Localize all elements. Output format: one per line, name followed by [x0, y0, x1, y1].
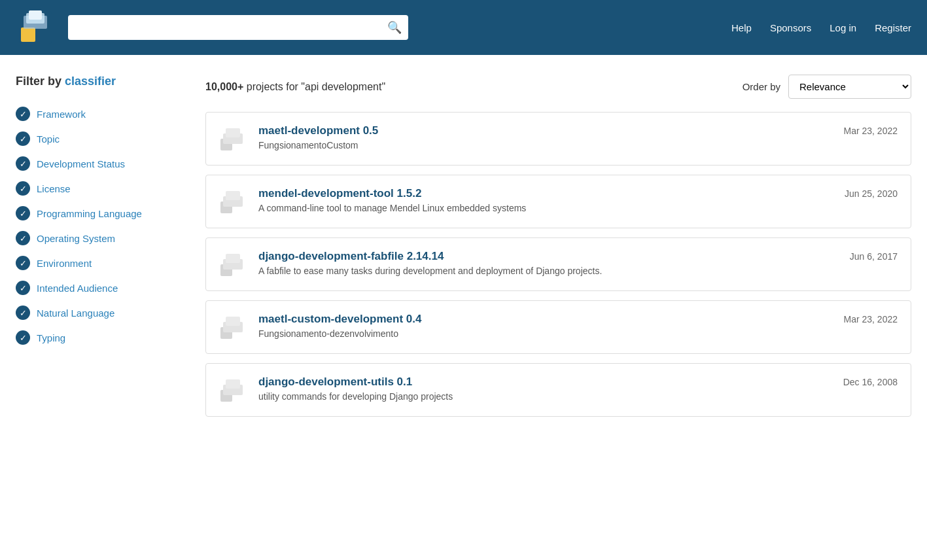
nav-register[interactable]: Register	[875, 22, 911, 33]
package-name[interactable]: maetl-development 0.5	[258, 124, 378, 137]
package-name[interactable]: maetl-custom-development 0.4	[258, 313, 421, 326]
filter-item-license[interactable]: ✓ License	[16, 176, 186, 201]
package-icon	[219, 124, 248, 153]
filter-item-intended-audience[interactable]: ✓ Intended Audience	[16, 275, 186, 300]
filter-item-environment[interactable]: ✓ Environment	[16, 251, 186, 275]
filter-label: Development Status	[37, 158, 125, 169]
search-button[interactable]: 🔍	[387, 20, 402, 35]
order-by: Order by RelevanceDate (newest first)Dat…	[743, 75, 911, 99]
nav-help[interactable]: Help	[731, 22, 752, 33]
chevron-down-icon: ✓	[16, 330, 30, 345]
svg-rect-16	[226, 317, 240, 326]
filter-item-operating-system[interactable]: ✓ Operating System	[16, 226, 186, 251]
svg-rect-7	[226, 128, 240, 137]
filter-label: License	[37, 183, 71, 194]
package-icon	[219, 376, 248, 404]
package-name-row: maetl-custom-development 0.4 Mar 23, 202…	[258, 313, 898, 326]
chevron-down-icon: ✓	[16, 107, 30, 121]
svg-rect-1	[21, 27, 35, 42]
filter-item-framework[interactable]: ✓ Framework	[16, 101, 186, 126]
chevron-down-icon: ✓	[16, 206, 30, 220]
filter-label: Intended Audience	[37, 283, 118, 294]
package-description: Fungsionamento-dezenvolvimento	[258, 328, 898, 339]
nav-login[interactable]: Log in	[830, 22, 856, 33]
sidebar: Filter by classifier ✓ Framework ✓ Topic…	[16, 75, 186, 426]
filter-label: Framework	[37, 109, 86, 120]
package-date: Jun 6, 2017	[850, 251, 898, 262]
logo[interactable]	[16, 8, 55, 47]
svg-rect-19	[226, 379, 240, 389]
filter-label: Natural Language	[37, 307, 114, 319]
package-name-row: django-development-utils 0.1 Dec 16, 200…	[258, 376, 898, 389]
chevron-down-icon: ✓	[16, 231, 30, 245]
filter-label: Environment	[37, 258, 92, 269]
package-description: FungsionamentoCustom	[258, 140, 898, 150]
chevron-down-icon: ✓	[16, 281, 30, 295]
results-query-label: projects for "api development"	[247, 81, 385, 92]
results-area: 10,000+ projects for "api development" O…	[205, 75, 911, 426]
order-select[interactable]: RelevanceDate (newest first)Date (oldest…	[788, 75, 911, 99]
package-info: mendel-development-tool 1.5.2 Jun 25, 20…	[258, 187, 898, 213]
package-info: django-development-fabfile 2.14.14 Jun 6…	[258, 250, 898, 276]
package-card: maetl-development 0.5 Mar 23, 2022 Fungs…	[205, 112, 911, 166]
search-input[interactable]: api development	[68, 15, 408, 40]
package-name[interactable]: mendel-development-tool 1.5.2	[258, 187, 421, 200]
package-list: maetl-development 0.5 Mar 23, 2022 Fungs…	[205, 112, 911, 417]
order-by-label: Order by	[743, 81, 780, 92]
package-description: utility commands for developing Django p…	[258, 391, 898, 402]
filter-list: ✓ Framework ✓ Topic ✓ Development Status…	[16, 101, 186, 350]
package-description: A fabfile to ease many tasks during deve…	[258, 266, 898, 276]
svg-rect-13	[226, 254, 240, 263]
chevron-down-icon: ✓	[16, 131, 30, 146]
main-content: Filter by classifier ✓ Framework ✓ Topic…	[0, 55, 927, 446]
results-header: 10,000+ projects for "api development" O…	[205, 75, 911, 99]
chevron-down-icon: ✓	[16, 256, 30, 270]
package-name-row: maetl-development 0.5 Mar 23, 2022	[258, 124, 898, 137]
results-count: 10,000+ projects for "api development"	[205, 81, 385, 93]
nav-sponsors[interactable]: Sponsors	[770, 22, 811, 33]
package-icon	[219, 313, 248, 341]
package-name-row: mendel-development-tool 1.5.2 Jun 25, 20…	[258, 187, 898, 200]
filter-item-development-status[interactable]: ✓ Development Status	[16, 151, 186, 176]
filter-label: Typing	[37, 332, 65, 343]
package-name-row: django-development-fabfile 2.14.14 Jun 6…	[258, 250, 898, 263]
filter-item-typing[interactable]: ✓ Typing	[16, 325, 186, 350]
filter-item-topic[interactable]: ✓ Topic	[16, 126, 186, 151]
package-icon	[219, 187, 248, 216]
package-card: maetl-custom-development 0.4 Mar 23, 202…	[205, 300, 911, 354]
chevron-down-icon: ✓	[16, 181, 30, 196]
package-info: django-development-utils 0.1 Dec 16, 200…	[258, 376, 898, 402]
header: api development 🔍 Help Sponsors Log in R…	[0, 0, 927, 55]
package-icon	[219, 250, 248, 279]
svg-rect-10	[226, 191, 240, 200]
package-description: A command-line tool to manage Mendel Lin…	[258, 203, 898, 213]
filter-label: Programming Language	[37, 208, 142, 219]
package-card: django-development-utils 0.1 Dec 16, 200…	[205, 363, 911, 417]
classifier-link[interactable]: classifier	[65, 75, 116, 88]
package-card: django-development-fabfile 2.14.14 Jun 6…	[205, 237, 911, 291]
package-card: mendel-development-tool 1.5.2 Jun 25, 20…	[205, 175, 911, 228]
package-info: maetl-development 0.5 Mar 23, 2022 Fungs…	[258, 124, 898, 150]
filter-label: Topic	[37, 133, 60, 145]
svg-rect-4	[29, 10, 42, 20]
package-date: Mar 23, 2022	[844, 126, 898, 136]
chevron-down-icon: ✓	[16, 156, 30, 171]
filter-label: Operating System	[37, 233, 115, 244]
package-name[interactable]: django-development-fabfile 2.14.14	[258, 250, 444, 263]
header-nav: Help Sponsors Log in Register	[731, 22, 911, 33]
filter-item-natural-language[interactable]: ✓ Natural Language	[16, 300, 186, 325]
filter-item-programming-language[interactable]: ✓ Programming Language	[16, 201, 186, 226]
chevron-down-icon: ✓	[16, 306, 30, 320]
filter-heading: Filter by classifier	[16, 75, 186, 88]
package-date: Dec 16, 2008	[843, 377, 898, 387]
package-date: Mar 23, 2022	[844, 314, 898, 324]
package-info: maetl-custom-development 0.4 Mar 23, 202…	[258, 313, 898, 339]
package-name[interactable]: django-development-utils 0.1	[258, 376, 412, 389]
package-date: Jun 25, 2020	[845, 188, 898, 199]
search-bar: api development 🔍	[68, 15, 408, 40]
